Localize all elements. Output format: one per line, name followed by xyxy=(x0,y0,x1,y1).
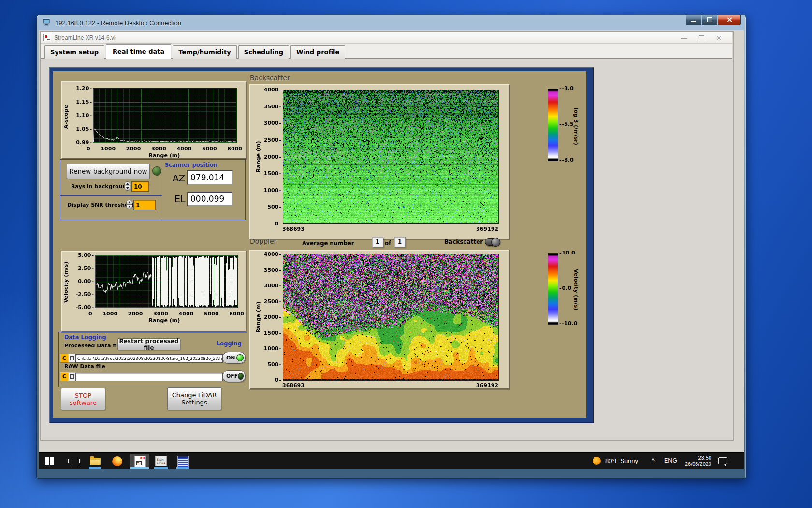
tick-label: 5000 xyxy=(204,311,219,317)
xr-icon-glyph xyxy=(136,461,142,465)
tick-label: 2000 xyxy=(264,154,281,160)
tab-real-time-data[interactable]: Real time data xyxy=(106,44,171,59)
minimize-icon xyxy=(691,21,696,22)
app-titlebar[interactable]: StreamLine XR v14-6.vi — × xyxy=(41,32,732,44)
tick-label: 2000 xyxy=(126,146,141,152)
renew-background-button[interactable]: Renew background now xyxy=(67,164,150,179)
raw-logging-toggle[interactable]: OFF xyxy=(222,370,246,382)
app-minimize-icon[interactable]: — xyxy=(681,35,687,40)
toggle-knob xyxy=(491,238,500,247)
tab-system-setup[interactable]: System setup xyxy=(44,45,104,59)
azimuth-label: AZ xyxy=(173,173,185,183)
controls-divider-horizontal xyxy=(60,195,162,196)
tray-chevron-icon[interactable]: ^ xyxy=(652,457,655,465)
average-total-field[interactable]: 1 xyxy=(394,237,406,247)
backscatter-colorbar-label: log B (/m/sr) xyxy=(571,93,579,159)
background-controls-box: Renew background now Rays in background … xyxy=(60,159,246,220)
rdp-titlebar[interactable]: 192.168.0.122 - Remote Desktop Connectio… xyxy=(37,15,746,30)
taskbar: XR Scan sched 80°F Sunny ^ ENG xyxy=(39,452,744,469)
restore-button[interactable] xyxy=(702,15,717,25)
tick-label: 6000 xyxy=(227,146,242,152)
rays-decrement-button[interactable] xyxy=(124,186,130,191)
ascope-y-axis-label: A-scope xyxy=(63,97,71,136)
streamline-xr-taskbar-button[interactable]: XR xyxy=(130,454,149,469)
stop-software-button[interactable]: STOP software xyxy=(61,388,105,410)
scan-scheduler-button[interactable]: Scan sched xyxy=(155,456,167,466)
ascope-y-ticks: 1.201.151.101.050.99 xyxy=(74,86,92,146)
tick-label: 3500 xyxy=(264,268,281,273)
doppler-colorbar-label: Velocity (m/s) xyxy=(571,257,579,323)
firefox-button[interactable] xyxy=(112,456,122,466)
tick-label: 6000 xyxy=(229,311,244,317)
scan-icon-line2: sched xyxy=(157,461,166,464)
tick-label: 3000 xyxy=(151,146,166,152)
backscatter-heatmap xyxy=(283,90,498,224)
folder-icon xyxy=(90,458,101,465)
backscatter-y-axis-label: Range (m) xyxy=(255,133,262,181)
tick-label: 3000 xyxy=(153,311,168,317)
minimize-button[interactable] xyxy=(686,15,701,25)
tick-label: 500 xyxy=(267,204,281,210)
weather-text[interactable]: 80°F Sunny xyxy=(605,457,638,464)
snr-decrement-button[interactable] xyxy=(126,204,132,209)
tick-label: 1000 xyxy=(101,146,116,152)
logging-label: Logging xyxy=(217,340,242,347)
tick-label: 2500 xyxy=(264,299,281,305)
average-number-field[interactable]: 1 xyxy=(372,237,383,247)
weather-tray-button[interactable] xyxy=(593,457,601,465)
ascope-x-ticks: 0100020003000400050006000 xyxy=(87,146,242,152)
doppler-colorbar xyxy=(548,253,558,325)
snr-threshold-field[interactable]: 1 xyxy=(133,200,156,210)
tick-label: 5000 xyxy=(202,146,217,152)
backscatter-toggle-switch[interactable] xyxy=(485,238,500,246)
stop-button-line2: software xyxy=(70,399,97,406)
clock[interactable]: 23:50 26/08/2023 xyxy=(681,455,711,467)
raw-browse-icon[interactable] xyxy=(68,372,76,381)
tick-label: 2000 xyxy=(128,311,143,317)
backscatter-y-ticks: 40003500300025002000150010005000 xyxy=(262,87,281,227)
document-app-button[interactable] xyxy=(177,456,189,467)
file-explorer-button[interactable] xyxy=(90,458,101,465)
raw-drive-button[interactable]: C xyxy=(60,372,69,381)
processed-drive-button[interactable]: C xyxy=(60,354,69,363)
notification-center-icon[interactable] xyxy=(718,457,727,464)
close-icon xyxy=(727,17,732,22)
explorer-running-indicator xyxy=(89,467,102,469)
velocity-x-ticks: 0100020003000400050006000 xyxy=(88,311,244,317)
tick-label: 0.00 xyxy=(78,279,94,284)
tab-wind-profile[interactable]: Wind profile xyxy=(290,45,345,59)
change-button-line1: Change LiDAR xyxy=(172,391,217,399)
raw-data-file-label: RAW Data file xyxy=(64,363,105,370)
tick-label: -2.50 xyxy=(76,292,94,298)
app-window-controls: — × xyxy=(681,35,732,40)
tick-label: 4000 xyxy=(264,252,281,257)
task-view-button[interactable] xyxy=(70,458,78,465)
app-restore-icon[interactable] xyxy=(699,35,704,40)
start-button[interactable] xyxy=(45,457,54,465)
doppler-heatmap xyxy=(283,254,498,380)
rays-in-background-field[interactable]: 10 xyxy=(131,181,149,192)
processed-browse-icon[interactable] xyxy=(68,354,76,363)
change-button-line2: Settings xyxy=(181,399,207,406)
tab-temp-humidity[interactable]: Temp/humidity xyxy=(173,45,237,59)
tick-label: 1.15 xyxy=(76,99,92,105)
restart-processed-file-button[interactable]: Restart processed file xyxy=(117,338,180,350)
processed-data-file-label: Processed Data file xyxy=(64,343,122,349)
tick-label: 2.50 xyxy=(78,266,94,271)
close-button[interactable] xyxy=(718,15,741,25)
processed-logging-toggle[interactable]: ON xyxy=(222,352,246,364)
tick-label: 1.20 xyxy=(76,86,92,91)
scan-icon-line1: Scan xyxy=(157,458,166,461)
language-indicator[interactable]: ENG xyxy=(664,457,677,464)
tab-scheduling[interactable]: Scheduling xyxy=(238,45,289,59)
tick-label: 4000 xyxy=(179,311,194,317)
rdp-icon xyxy=(43,18,51,28)
raw-path-field[interactable] xyxy=(75,373,223,381)
processed-path-field[interactable]: C:\Lidar\Data\Proc\2023\202308\20230826\… xyxy=(75,354,223,363)
tick-label: 0 xyxy=(88,311,92,317)
change-lidar-settings-button[interactable]: Change LiDAR Settings xyxy=(167,387,221,410)
elevation-label: EL xyxy=(174,194,186,204)
app-close-icon[interactable]: × xyxy=(716,35,722,40)
tick-label: 1000 xyxy=(264,346,281,352)
tick-label: 3000 xyxy=(264,120,281,126)
